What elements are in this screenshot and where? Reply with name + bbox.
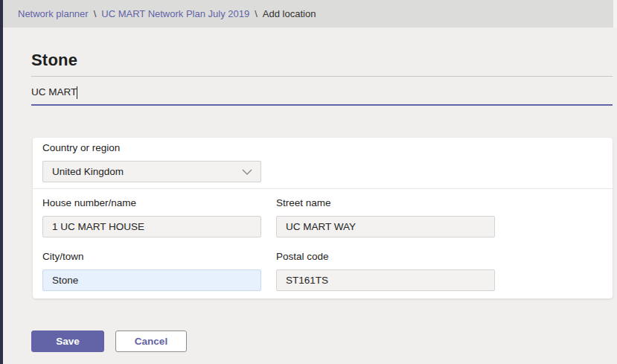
house-number-field: House number/name [42, 196, 261, 237]
page-title: Stone [31, 49, 613, 71]
text-cursor [77, 86, 77, 99]
location-name-input[interactable] [31, 77, 613, 106]
breadcrumb-separator: \ [255, 8, 258, 19]
country-section: Country or region United Kingdom [33, 138, 613, 188]
city-town-input[interactable] [42, 269, 261, 291]
chevron-down-icon [242, 169, 252, 176]
breadcrumb: Network planner\UC MART Network Plan Jul… [18, 8, 316, 19]
city-town-label: City/town [42, 249, 261, 264]
scrollbar-track [613, 0, 617, 28]
breadcrumb-separator: \ [94, 8, 97, 19]
house-number-input[interactable] [42, 216, 261, 237]
country-dropdown-value: United Kingdom [52, 166, 124, 177]
add-location-page: Stone Country or region United Kingdom H… [31, 28, 613, 352]
breadcrumb-link-network-plan[interactable]: UC MART Network Plan July 2019 [101, 8, 249, 19]
postal-code-field: Postal code [276, 249, 495, 291]
street-name-label: Street name [276, 196, 495, 211]
breadcrumb-current-page: Add location [263, 8, 316, 19]
city-town-field: City/town [42, 249, 261, 291]
country-dropdown[interactable]: United Kingdom [42, 161, 261, 182]
app-frame-edge [0, 0, 3, 364]
postal-code-label: Postal code [276, 249, 495, 264]
form-actions: Save Cancel [31, 331, 613, 352]
address-card: Country or region United Kingdom House n… [33, 138, 613, 298]
breadcrumb-link-network-planner[interactable]: Network planner [18, 8, 89, 19]
street-name-input[interactable] [276, 216, 495, 237]
breadcrumb-bar: Network planner\UC MART Network Plan Jul… [3, 0, 617, 28]
house-number-label: House number/name [42, 196, 261, 211]
street-name-field: Street name [276, 196, 495, 237]
cancel-button[interactable]: Cancel [115, 331, 187, 352]
location-name-field [31, 77, 613, 106]
postal-code-input[interactable] [276, 269, 495, 291]
save-button[interactable]: Save [31, 331, 104, 352]
country-label: Country or region [42, 141, 602, 156]
address-fields: House number/name Street name City/town … [33, 189, 613, 298]
